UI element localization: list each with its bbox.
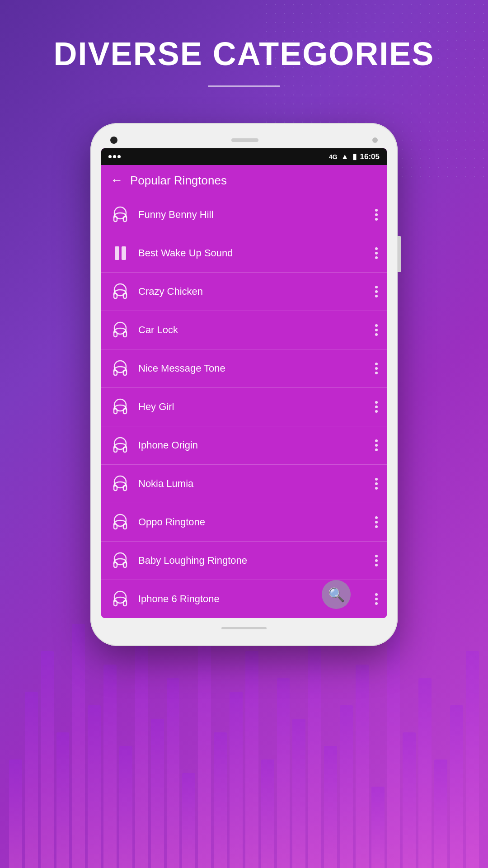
- list-item[interactable]: Nokia Lumia: [101, 465, 387, 503]
- list-item[interactable]: Best Wake Up Sound: [101, 234, 387, 273]
- list-item[interactable]: Nice Message Tone: [101, 349, 387, 388]
- ringtone-name: Crazy Chicken: [138, 286, 375, 297]
- more-options-button[interactable]: [375, 247, 378, 259]
- network-indicator: 4G: [329, 153, 338, 160]
- headphone-icon: [110, 282, 130, 302]
- back-button[interactable]: ←: [110, 173, 123, 188]
- ringtone-name: Best Wake Up Sound: [138, 247, 375, 259]
- list-item[interactable]: Iphone 6 Ringtone 🔍: [101, 580, 387, 618]
- headphone-icon: [110, 589, 130, 609]
- headphone-icon: [110, 435, 130, 455]
- ringtone-name: Nice Message Tone: [138, 363, 375, 374]
- signal-bars-icon: ▲: [341, 152, 349, 161]
- list-item[interactable]: Hey Girl: [101, 388, 387, 426]
- time-display: 16:05: [360, 152, 380, 161]
- header-divider: [208, 85, 280, 87]
- notification-dot: [117, 155, 121, 158]
- more-options-button[interactable]: [375, 209, 378, 221]
- pause-icon: [110, 243, 130, 263]
- phone-speaker: [231, 138, 258, 142]
- phone-home-indicator: [221, 627, 267, 629]
- list-item[interactable]: Funny Benny Hill: [101, 196, 387, 234]
- ringtone-name: Oppo Ringtone: [138, 516, 375, 528]
- list-item[interactable]: Crazy Chicken: [101, 273, 387, 311]
- status-bar: 4G ▲ ▮ 16:05: [101, 148, 387, 165]
- phone-screen: 4G ▲ ▮ 16:05 ← Popular Ringtones: [101, 148, 387, 618]
- phone-mockup: 4G ▲ ▮ 16:05 ← Popular Ringtones: [0, 123, 488, 646]
- headphone-icon: [110, 551, 130, 571]
- list-item[interactable]: Car Lock: [101, 311, 387, 349]
- phone-hardware-top: [101, 137, 387, 144]
- list-item[interactable]: Oppo Ringtone: [101, 503, 387, 542]
- search-fab-button[interactable]: 🔍: [322, 580, 351, 609]
- battery-icon: ▮: [352, 152, 357, 161]
- phone-frame: 4G ▲ ▮ 16:05 ← Popular Ringtones: [90, 123, 398, 646]
- page-title: DIVERSE CATEGORIES: [18, 36, 470, 72]
- ringtone-name: Baby Loughing Ringtone: [138, 555, 375, 566]
- list-item[interactable]: Iphone Origin: [101, 426, 387, 465]
- app-header-bar: ← Popular Ringtones: [101, 165, 387, 196]
- more-options-button[interactable]: [375, 286, 378, 297]
- notification-dots: [108, 155, 121, 158]
- ringtone-name: Funny Benny Hill: [138, 209, 375, 221]
- headphone-icon: [110, 397, 130, 417]
- headphone-icon: [110, 205, 130, 225]
- notification-dot: [113, 155, 116, 158]
- more-options-button[interactable]: [375, 324, 378, 336]
- headphone-icon: [110, 512, 130, 532]
- ringtone-name: Nokia Lumia: [138, 478, 375, 490]
- more-options-button[interactable]: [375, 401, 378, 413]
- ringtone-name: Car Lock: [138, 324, 375, 336]
- more-options-button[interactable]: [375, 478, 378, 490]
- list-item[interactable]: Baby Loughing Ringtone: [101, 542, 387, 580]
- more-options-button[interactable]: [375, 593, 378, 605]
- ringtone-name: Iphone Origin: [138, 439, 375, 451]
- headphone-icon: [110, 359, 130, 378]
- more-options-button[interactable]: [375, 555, 378, 566]
- ringtone-list: Funny Benny Hill Best Wake Up Sound: [101, 196, 387, 618]
- status-left: [108, 155, 121, 158]
- status-right: 4G ▲ ▮ 16:05: [329, 152, 380, 161]
- phone-side-button: [398, 236, 401, 272]
- notification-dot: [108, 155, 112, 158]
- ringtone-name: Hey Girl: [138, 401, 375, 413]
- app-screen-title: Popular Ringtones: [130, 174, 227, 188]
- phone-front-camera: [372, 137, 378, 143]
- search-icon: 🔍: [328, 587, 345, 603]
- more-options-button[interactable]: [375, 516, 378, 528]
- more-options-button[interactable]: [375, 363, 378, 374]
- headphone-icon: [110, 474, 130, 494]
- more-options-button[interactable]: [375, 439, 378, 451]
- headphone-icon: [110, 320, 130, 340]
- phone-camera: [110, 137, 117, 144]
- page-header: DIVERSE CATEGORIES: [0, 0, 488, 105]
